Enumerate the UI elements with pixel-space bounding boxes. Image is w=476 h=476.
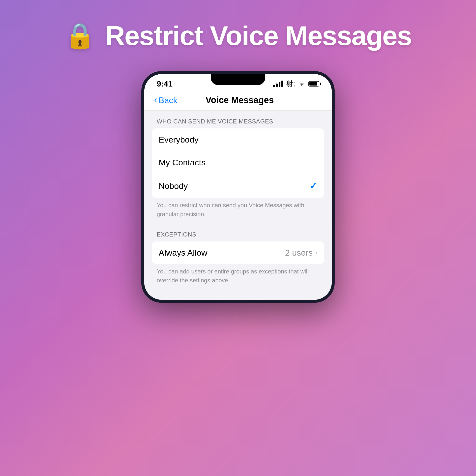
status-icons: 射;	[273, 79, 319, 89]
page-header: 🔒 Restrict Voice Messages	[64, 20, 412, 51]
battery-icon	[308, 81, 319, 87]
selected-checkmark-icon: ✓	[309, 180, 317, 191]
back-chevron-icon: ‹	[154, 95, 157, 104]
who-can-footer: You can restrict who can send you Voice …	[152, 198, 324, 224]
always-allow-item[interactable]: Always Allow 2 users ›	[152, 241, 324, 264]
exceptions-section: EXCEPTIONS Always Allow 2 users › You ca…	[152, 231, 324, 290]
always-allow-label: Always Allow	[159, 248, 208, 258]
option-nobody[interactable]: Nobody ✓	[152, 174, 324, 198]
option-my-contacts-label: My Contacts	[159, 158, 206, 167]
status-bar: 9:41 射;	[144, 74, 332, 91]
status-time: 9:41	[157, 79, 173, 89]
page-title: Restrict Voice Messages	[105, 20, 412, 51]
signal-bar-2	[276, 84, 278, 87]
option-nobody-label: Nobody	[159, 181, 188, 191]
phone-frame: 9:41 射;	[141, 71, 335, 303]
phone-inner: 9:41 射;	[144, 74, 332, 300]
option-everybody-label: Everybody	[159, 135, 199, 145]
chevron-right-icon: ›	[315, 249, 317, 257]
who-can-section: WHO CAN SEND ME VOICE MESSAGES Everybody…	[152, 118, 324, 224]
signal-bars-icon	[273, 81, 283, 87]
who-can-section-header: WHO CAN SEND ME VOICE MESSAGES	[152, 118, 324, 125]
exceptions-section-header: EXCEPTIONS	[152, 231, 324, 238]
wifi-icon: 射;	[286, 79, 295, 89]
signal-bar-4	[281, 81, 283, 87]
option-my-contacts[interactable]: My Contacts	[152, 151, 324, 174]
back-button[interactable]: ‹ Back	[154, 95, 178, 105]
content-area: WHO CAN SEND ME VOICE MESSAGES Everybody…	[144, 111, 332, 300]
signal-bar-3	[279, 82, 280, 87]
exceptions-card: Always Allow 2 users ›	[152, 241, 324, 264]
wifi-icon-svg	[298, 81, 305, 87]
always-allow-value: 2 users ›	[285, 248, 317, 258]
lock-icon: 🔒	[64, 21, 95, 50]
signal-bar-1	[273, 85, 275, 87]
nav-title: Voice Messages	[178, 95, 302, 105]
notch	[211, 74, 265, 85]
option-everybody[interactable]: Everybody	[152, 128, 324, 151]
who-can-options-card: Everybody My Contacts Nobody ✓	[152, 128, 324, 198]
exceptions-footer: You can add users or entire groups as ex…	[152, 264, 324, 290]
svg-point-0	[301, 86, 302, 86]
back-label: Back	[159, 95, 178, 105]
nav-bar: ‹ Back Voice Messages	[144, 91, 332, 111]
always-allow-count: 2 users	[285, 248, 313, 258]
battery-fill	[309, 82, 317, 86]
